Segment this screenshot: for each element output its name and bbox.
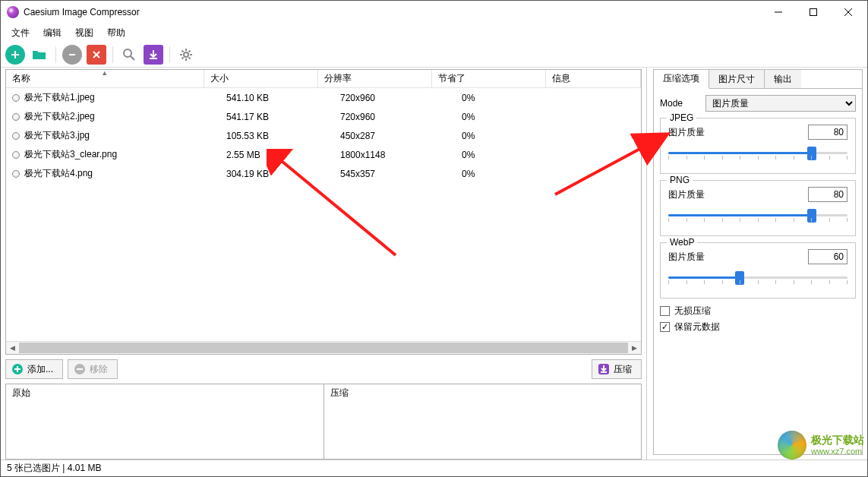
download-button[interactable] bbox=[144, 45, 163, 65]
lossless-checkbox[interactable] bbox=[660, 306, 670, 316]
jpeg-quality-input[interactable] bbox=[808, 125, 847, 140]
close-icon bbox=[844, 8, 852, 16]
scroll-right-icon[interactable]: ▶ bbox=[628, 342, 641, 354]
file-table-body[interactable]: 极光下载站1.jpeg541.10 KB720x9600%极光下载站2.jpeg… bbox=[6, 88, 641, 341]
maximize-icon bbox=[810, 8, 817, 16]
toolbar-separator bbox=[55, 46, 56, 63]
close-button[interactable] bbox=[831, 1, 866, 24]
cell-saved: 0% bbox=[431, 145, 545, 164]
svg-line-10 bbox=[131, 56, 134, 60]
group-jpeg: JPEG 图片质量 bbox=[660, 118, 856, 174]
toolbar-separator bbox=[169, 46, 170, 63]
file-status-icon bbox=[12, 113, 20, 121]
table-row[interactable]: 极光下载站1.jpeg541.10 KB720x9600% bbox=[6, 88, 641, 107]
cell-name: 极光下载站2.jpeg bbox=[6, 107, 204, 126]
png-quality-label: 图片质量 bbox=[668, 188, 808, 201]
settings-button[interactable] bbox=[176, 45, 196, 65]
add-button-label: 添加... bbox=[27, 363, 53, 376]
mode-select[interactable]: 图片质量 bbox=[705, 95, 856, 112]
search-icon bbox=[122, 48, 136, 62]
cell-resolution: 720x960 bbox=[317, 88, 431, 107]
add-file-button[interactable] bbox=[5, 45, 25, 65]
jpeg-quality-slider[interactable] bbox=[668, 146, 847, 160]
scrollbar-thumb[interactable] bbox=[19, 343, 628, 353]
remove-file-button[interactable] bbox=[62, 45, 82, 65]
remove-button[interactable]: 移除 bbox=[68, 359, 118, 379]
menu-file[interactable]: 文件 bbox=[5, 25, 36, 41]
menu-edit[interactable]: 编辑 bbox=[37, 25, 68, 41]
cell-resolution: 720x960 bbox=[317, 107, 431, 126]
table-row[interactable]: 极光下载站2.jpeg541.17 KB720x9600% bbox=[6, 107, 641, 126]
file-table-wrap: 名称▲ 大小 分辨率 节省了 信息 极光下载站1.jpeg541.10 KB72… bbox=[5, 69, 642, 355]
svg-point-9 bbox=[124, 49, 131, 57]
menu-help[interactable]: 帮助 bbox=[101, 25, 131, 41]
search-button[interactable] bbox=[119, 45, 139, 65]
table-row[interactable]: 极光下载站3_clear.png2.55 MB1800x11480% bbox=[6, 145, 641, 164]
keepmeta-checkbox-row[interactable]: 保留元数据 bbox=[660, 321, 856, 333]
file-status-icon bbox=[12, 94, 20, 102]
mode-label: Mode bbox=[660, 98, 705, 109]
toolbar bbox=[1, 42, 867, 68]
col-saved[interactable]: 节省了 bbox=[431, 70, 545, 88]
app-window: Caesium Image Compressor 文件 编辑 视图 帮助 bbox=[0, 0, 868, 477]
keepmeta-label: 保留元数据 bbox=[674, 321, 720, 333]
col-resolution[interactable]: 分辨率 bbox=[317, 70, 431, 88]
webp-quality-input[interactable] bbox=[808, 249, 847, 264]
window-title: Caesium Image Compressor bbox=[24, 7, 761, 17]
preview-original-label: 原始 bbox=[6, 384, 324, 402]
window-controls bbox=[761, 1, 866, 24]
keepmeta-checkbox[interactable] bbox=[660, 322, 670, 332]
open-folder-button[interactable] bbox=[30, 45, 49, 65]
compress-button-label: 压缩 bbox=[614, 363, 632, 376]
sort-indicator-icon: ▲ bbox=[101, 69, 108, 77]
add-button[interactable]: 添加... bbox=[5, 359, 63, 379]
minimize-button[interactable] bbox=[761, 1, 796, 24]
preview-compressed-label: 压缩 bbox=[324, 384, 642, 402]
cell-resolution: 1800x1148 bbox=[317, 145, 431, 164]
maximize-button[interactable] bbox=[796, 1, 831, 24]
minimize-icon bbox=[775, 8, 782, 16]
left-pane: 名称▲ 大小 分辨率 节省了 信息 极光下载站1.jpeg541.10 KB72… bbox=[1, 68, 647, 460]
col-info[interactable]: 信息 bbox=[545, 70, 641, 88]
col-name[interactable]: 名称▲ bbox=[6, 70, 204, 88]
tab-image-size[interactable]: 图片尺寸 bbox=[709, 70, 765, 88]
svg-line-21 bbox=[182, 57, 184, 58]
cell-resolution: 545x357 bbox=[317, 164, 431, 183]
png-quality-slider[interactable] bbox=[668, 208, 847, 222]
cell-size: 105.53 KB bbox=[204, 126, 317, 145]
col-size[interactable]: 大小 bbox=[204, 70, 317, 88]
delete-button[interactable] bbox=[87, 45, 106, 65]
group-jpeg-title: JPEG bbox=[667, 112, 696, 123]
group-png-title: PNG bbox=[667, 175, 693, 185]
statusbar: 5 张已选图片 | 4.01 MB bbox=[1, 460, 867, 476]
table-row[interactable]: 极光下载站4.png304.19 KB545x3570% bbox=[6, 164, 641, 183]
webp-quality-slider[interactable] bbox=[668, 270, 847, 284]
minus-icon bbox=[67, 49, 77, 60]
png-quality-input[interactable] bbox=[808, 187, 847, 202]
svg-line-20 bbox=[189, 50, 191, 52]
cell-saved: 0% bbox=[431, 88, 545, 107]
left-button-row: 添加... 移除 压缩 bbox=[1, 358, 646, 384]
plus-icon bbox=[10, 49, 21, 60]
lossless-label: 无损压缩 bbox=[674, 305, 711, 317]
lossless-checkbox-row[interactable]: 无损压缩 bbox=[660, 305, 856, 317]
cell-name: 极光下载站1.jpeg bbox=[6, 88, 204, 107]
trash-icon bbox=[91, 49, 102, 60]
compress-button[interactable]: 压缩 bbox=[592, 359, 642, 379]
preview-compressed: 压缩 bbox=[324, 384, 642, 459]
tab-output[interactable]: 输出 bbox=[765, 70, 801, 88]
group-webp: WebP 图片质量 bbox=[660, 242, 856, 299]
cell-size: 541.10 KB bbox=[204, 88, 317, 107]
scroll-left-icon[interactable]: ◀ bbox=[6, 342, 19, 354]
menu-view[interactable]: 视图 bbox=[69, 25, 99, 41]
table-row[interactable]: 极光下载站3.jpg105.53 KB450x2870% bbox=[6, 126, 641, 145]
preview-original: 原始 bbox=[6, 384, 324, 459]
svg-rect-1 bbox=[810, 9, 817, 16]
tab-compress-options[interactable]: 压缩选项 bbox=[654, 70, 709, 89]
menubar: 文件 编辑 视图 帮助 bbox=[1, 24, 867, 42]
cell-resolution: 450x287 bbox=[317, 126, 431, 145]
file-table: 名称▲ 大小 分辨率 节省了 信息 bbox=[6, 70, 641, 88]
cell-name: 极光下载站3_clear.png bbox=[6, 145, 204, 164]
horizontal-scrollbar[interactable]: ◀ ▶ bbox=[6, 341, 641, 354]
svg-line-18 bbox=[182, 50, 184, 52]
